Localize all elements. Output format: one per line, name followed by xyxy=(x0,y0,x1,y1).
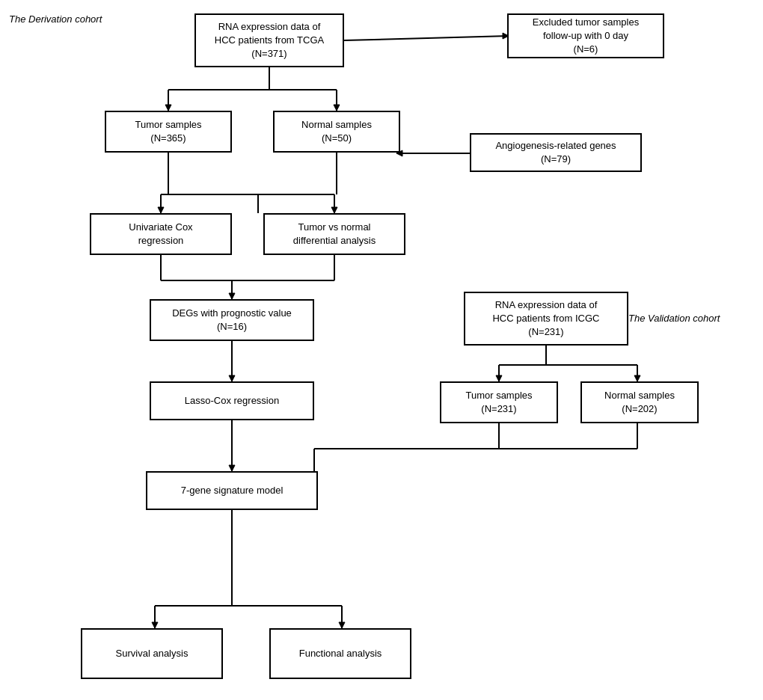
normal202-label: Normal samples(N=202) xyxy=(604,389,675,416)
univariate-box: Univariate Coxregression xyxy=(90,213,232,255)
excluded-label: Excluded tumor samplesfollow-up with 0 d… xyxy=(533,16,639,57)
svg-line-7 xyxy=(344,36,509,40)
icgc-label: RNA expression data ofHCC patients from … xyxy=(492,298,599,340)
degs-box: DEGs with prognostic value(N=16) xyxy=(150,299,314,341)
arrows-svg xyxy=(0,0,763,700)
tumor365-box: Tumor samples(N=365) xyxy=(105,111,232,153)
normal50-box: Normal samples(N=50) xyxy=(273,111,400,153)
tumorvsnormal-label: Tumor vs normaldifferential analysis xyxy=(293,221,376,248)
lasso-label: Lasso-Cox regression xyxy=(185,394,279,408)
degs-label: DEGs with prognostic value(N=16) xyxy=(172,307,292,334)
svg-marker-46 xyxy=(339,622,345,628)
angiogenesis-label: Angiogenesis-related genes(N=79) xyxy=(495,139,616,166)
svg-marker-25 xyxy=(229,293,235,299)
survival-box: Survival analysis xyxy=(81,628,223,679)
validation-cohort-label: The Validation cohort xyxy=(628,313,720,324)
tcga-box: RNA expression data ofHCC patients from … xyxy=(194,13,344,67)
svg-marker-40 xyxy=(229,465,235,471)
tumorvsnormal-box: Tumor vs normaldifferential analysis xyxy=(263,213,405,255)
svg-marker-6 xyxy=(334,105,340,111)
svg-marker-14 xyxy=(158,207,164,213)
derivation-cohort-label: The Derivation cohort xyxy=(9,13,102,25)
tumor231-label: Tumor samples(N=231) xyxy=(465,389,532,416)
excluded-box: Excluded tumor samplesfollow-up with 0 d… xyxy=(507,13,664,58)
angiogenesis-box: Angiogenesis-related genes(N=79) xyxy=(470,133,642,172)
tumor365-label: Tumor samples(N=365) xyxy=(135,118,201,145)
functional-box: Functional analysis xyxy=(269,628,411,679)
univariate-label: Univariate Coxregression xyxy=(129,221,192,248)
svg-marker-31 xyxy=(496,375,502,381)
icgc-box: RNA expression data ofHCC patients from … xyxy=(464,292,628,346)
svg-marker-27 xyxy=(229,375,235,381)
functional-label: Functional analysis xyxy=(299,647,382,660)
signature-label: 7-gene signature model xyxy=(181,484,284,497)
svg-marker-18 xyxy=(331,207,337,213)
normal202-box: Normal samples(N=202) xyxy=(580,381,699,423)
normal50-label: Normal samples(N=50) xyxy=(301,118,372,145)
lasso-box: Lasso-Cox regression xyxy=(150,381,314,420)
tumor231-box: Tumor samples(N=231) xyxy=(440,381,558,423)
signature-box: 7-gene signature model xyxy=(146,471,318,510)
survival-label: Survival analysis xyxy=(116,647,189,660)
svg-marker-44 xyxy=(152,622,158,628)
svg-marker-33 xyxy=(634,375,640,381)
diagram-container: The Derivation cohort The Validation coh… xyxy=(0,0,763,700)
tcga-label: RNA expression data ofHCC patients from … xyxy=(215,20,324,61)
svg-marker-4 xyxy=(165,105,171,111)
